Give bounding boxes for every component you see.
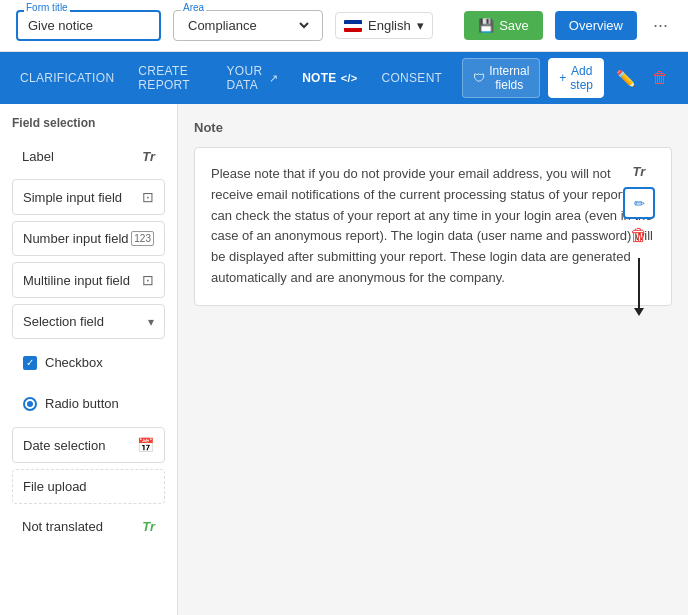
save-icon: 💾: [478, 18, 494, 33]
note-card: Please note that if you do not provide y…: [194, 147, 672, 306]
trash-icon: 🗑: [630, 225, 648, 245]
tab-clarification[interactable]: CLARIFICATION: [8, 61, 126, 95]
checkbox-label: Checkbox: [45, 355, 103, 370]
number-icon: 123: [131, 231, 154, 246]
content-title: Note: [194, 120, 672, 135]
tab-consent[interactable]: CONSENT: [369, 61, 454, 95]
internal-fields-label: Internal fields: [489, 64, 529, 92]
external-link-icon: ↗: [269, 72, 278, 85]
list-item-date-selection[interactable]: Date selection 📅: [12, 427, 165, 463]
form-title-group: Form title: [16, 10, 161, 41]
delete-step-button[interactable]: 🗑: [648, 65, 672, 91]
area-select-wrap: Compliance: [173, 10, 323, 41]
list-item-file-upload[interactable]: File upload: [12, 469, 165, 504]
language-label: English: [368, 18, 411, 33]
list-item-label[interactable]: Label Tr: [12, 140, 165, 173]
save-label: Save: [499, 18, 529, 33]
multiline-input-label: Multiline input field: [23, 273, 130, 288]
nav-actions: 🛡 Internal fields + Add step ✏️ 🗑: [454, 52, 680, 104]
field-selection-sidebar: Field selection Label Tr Simple input fi…: [0, 104, 178, 615]
date-selection-label: Date selection: [23, 438, 105, 453]
simple-input-label: Simple input field: [23, 190, 122, 205]
area-select[interactable]: Compliance: [184, 17, 312, 34]
radio-label: Radio button: [45, 396, 119, 411]
add-step-label: Add step: [570, 64, 593, 92]
internal-fields-button[interactable]: 🛡 Internal fields: [462, 58, 540, 98]
note-edit-button[interactable]: ✏: [623, 187, 655, 219]
overview-label: Overview: [569, 18, 623, 33]
list-item-multiline-input[interactable]: Multiline input field ⊡: [12, 262, 165, 298]
code-icon: </>: [341, 72, 358, 84]
tab-your-data[interactable]: YOUR DATA ↗: [215, 54, 291, 102]
header: Form title Area Compliance English ▾ 💾 S…: [0, 0, 688, 52]
input-icon: ⊡: [142, 189, 154, 205]
main-content: Field selection Label Tr Simple input fi…: [0, 104, 688, 615]
shield-icon: 🛡: [473, 71, 485, 85]
list-item-selection-field[interactable]: Selection field ▾: [12, 304, 165, 339]
plus-icon: +: [559, 71, 566, 85]
list-item-checkbox[interactable]: ✓ Checkbox: [12, 345, 165, 380]
area-label: Area: [181, 2, 206, 13]
radio-icon: [23, 397, 37, 411]
multiline-icon: ⊡: [142, 272, 154, 288]
list-item-not-translated[interactable]: Not translated Tr: [12, 510, 165, 543]
not-translated-label: Not translated: [22, 519, 103, 534]
save-button[interactable]: 💾 Save: [464, 11, 543, 40]
green-tt-icon: Tr: [142, 519, 155, 534]
overview-button[interactable]: Overview: [555, 11, 637, 40]
more-options-button[interactable]: ···: [649, 11, 672, 40]
form-title-label: Form title: [24, 2, 70, 13]
pencil-icon: ✏: [634, 196, 645, 211]
note-text: Please note that if you do not provide y…: [211, 164, 655, 289]
tab-note[interactable]: NOTE </>: [290, 61, 369, 95]
checkbox-icon: ✓: [23, 356, 37, 370]
tab-create-report[interactable]: CREATE REPORT: [126, 54, 214, 102]
nav-tabs: CLARIFICATION CREATE REPORT YOUR DATA ↗ …: [0, 52, 688, 104]
list-item-simple-input[interactable]: Simple input field ⊡: [12, 179, 165, 215]
note-delete-button[interactable]: 🗑: [626, 221, 652, 250]
form-title-input[interactable]: [16, 10, 161, 41]
chevron-down-icon: ▾: [417, 18, 424, 33]
tt-icon: Tr: [142, 149, 155, 164]
selection-field-label: Selection field: [23, 314, 104, 329]
number-input-label: Number input field: [23, 231, 129, 246]
area-group: Area Compliance: [173, 10, 323, 41]
language-selector[interactable]: English ▾: [335, 12, 433, 39]
chevron-icon: ▾: [148, 315, 154, 329]
file-upload-label: File upload: [23, 479, 87, 494]
calendar-icon: 📅: [137, 437, 154, 453]
note-tt-icon: Tr: [633, 164, 646, 179]
sidebar-title: Field selection: [12, 116, 165, 130]
add-step-button[interactable]: + Add step: [548, 58, 604, 98]
edit-step-button[interactable]: ✏️: [612, 65, 640, 92]
flag-icon: [344, 20, 362, 32]
note-content-area: Note Please note that if you do not prov…: [178, 104, 688, 615]
list-item-radio[interactable]: Radio button: [12, 386, 165, 421]
note-actions: Tr ✏ 🗑: [623, 164, 655, 316]
label-field-text: Label: [22, 149, 54, 164]
list-item-number-input[interactable]: Number input field 123: [12, 221, 165, 256]
